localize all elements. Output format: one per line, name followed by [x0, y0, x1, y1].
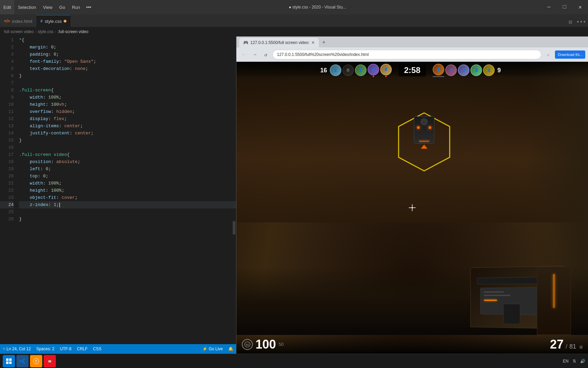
address-bar[interactable]: 127.0.0.1:5500/full%20screen%20video/ind… — [273, 50, 541, 59]
html-icon: </> — [4, 19, 10, 24]
player-6-hp-bar — [433, 76, 444, 77]
team-right: 👤 👤 👤 👤 👤 — [426, 64, 588, 77]
vscode-taskbar-icon[interactable] — [16, 355, 29, 367]
language-label: CSS — [93, 347, 102, 351]
app-taskbar-icon[interactable] — [44, 355, 56, 367]
browser-taskbar-icon[interactable]: f — [30, 355, 42, 367]
game-viewport: 16 👤 👤 👤 — [236, 62, 588, 354]
go-live-label: Go Live — [209, 347, 223, 351]
menu-go[interactable]: Go — [56, 0, 68, 14]
menu-edit[interactable]: Edit — [0, 0, 14, 14]
player-9-icon: 👤 — [470, 64, 482, 76]
new-tab-button[interactable]: + — [319, 38, 328, 47]
spaces-label: Spaces: 2 — [36, 347, 54, 351]
status-language[interactable]: CSS — [93, 347, 102, 351]
back-button[interactable]: ← — [239, 50, 249, 59]
breadcrumb-file[interactable]: style.css — [38, 29, 53, 34]
encoding-label: UTF-8 — [60, 347, 72, 351]
browser-tab-close[interactable]: ✕ — [311, 40, 315, 45]
breadcrumb-sep-2: › — [55, 29, 56, 34]
split-editor-button[interactable]: ⊟ — [566, 17, 575, 27]
breadcrumb-selector[interactable]: .full-screen video — [58, 29, 89, 34]
scroll-indicator — [233, 221, 235, 235]
window-controls: — □ ✕ — [541, 0, 588, 14]
health-value: 100 — [256, 337, 276, 352]
ammo-reserve: 81 — [569, 343, 576, 350]
editor-tab-bar: </> index.html # style.css ⊟ ••• — [0, 14, 588, 27]
weapon-grip — [503, 304, 520, 324]
close-button[interactable]: ✕ — [572, 0, 588, 14]
player-8-icon: 👤 — [458, 64, 469, 76]
ammo-icon: iii — [579, 344, 583, 350]
player-6-icon: 👤 — [433, 64, 444, 75]
more-tabs-button[interactable]: ••• — [576, 17, 586, 27]
go-live-button[interactable]: ⚡ Go Live — [202, 347, 223, 351]
browser-tab-favicon: 🎮 — [243, 40, 248, 45]
player-1-hp — [385, 76, 387, 77]
breadcrumb: full screen video › style.css › .full-sc… — [0, 27, 588, 36]
team-left-score: 16 — [320, 67, 327, 74]
editor-panel: 12345 678910 1112131415 1617181920 21222… — [0, 36, 236, 354]
menu-run[interactable]: Run — [68, 0, 83, 14]
player-2-hp — [373, 76, 374, 77]
weapon-barrel — [477, 277, 544, 284]
bookmark-button[interactable]: ☆ — [543, 50, 553, 59]
player-4-icon: 💀 — [342, 64, 354, 76]
crosshair — [409, 204, 416, 211]
player-7: 👤 — [445, 64, 457, 76]
menu-bar: Edit Selection View Go Run ••• — [0, 0, 94, 14]
status-branch[interactable]: ⑂ Ln 24, Col 12 — [3, 347, 31, 351]
team-right-score: 9 — [497, 67, 501, 74]
taskbar-arrows: ⇅ — [573, 359, 576, 364]
player-9: 👤 — [470, 64, 482, 76]
taskbar-time: 🔊 — [580, 359, 585, 364]
player-7-icon: 👤 — [445, 64, 457, 76]
refresh-button[interactable]: ↺ — [261, 50, 270, 59]
taskbar-keyboard: EN — [563, 359, 569, 364]
start-button[interactable] — [3, 355, 15, 367]
status-right: ⚡ Go Live 🔔 — [202, 347, 233, 351]
weapon-display — [452, 250, 588, 335]
minimize-button[interactable]: — — [541, 0, 557, 14]
forward-button[interactable]: → — [250, 50, 260, 59]
line-numbers: 12345 678910 1112131415 1617181920 21222… — [0, 36, 16, 344]
download-button[interactable]: Download thi... — [555, 50, 585, 59]
tab-css[interactable]: # style.css — [36, 15, 71, 27]
svg-rect-12 — [48, 362, 51, 362]
status-encoding[interactable]: UTF-8 — [60, 347, 72, 351]
css-icon: # — [41, 19, 43, 24]
breadcrumb-root[interactable]: full screen video — [4, 29, 34, 34]
main-content: 12345 678910 1112131415 1617181920 21222… — [0, 36, 588, 354]
enemy-container — [392, 109, 457, 176]
hud-bottom: 50 100 50 27 / 81 iii — [236, 335, 588, 354]
menu-selection[interactable]: Selection — [14, 0, 39, 14]
browser-tab-bar: 🎮 127.0.0.1:5500/full screen video: ✕ + — [236, 36, 588, 47]
cursor-position[interactable]: Ln 24, Col 12 — [6, 347, 31, 351]
svg-rect-4 — [6, 358, 9, 361]
player-1-icon: 👤 — [380, 64, 392, 75]
player-10-icon: 👤 — [483, 64, 495, 76]
maximize-button[interactable]: □ — [557, 0, 572, 14]
ammo-display: 27 / 81 iii — [550, 337, 583, 352]
tab-html[interactable]: </> index.html — [0, 15, 36, 27]
status-line-ending[interactable]: CRLF — [77, 347, 88, 351]
code-editor[interactable]: *{ margin: 0; padding: 0; font-family: "… — [16, 36, 236, 344]
browser-tab-active[interactable]: 🎮 127.0.0.1:5500/full screen video: ✕ — [239, 38, 319, 47]
ammo-separator: / — [566, 343, 567, 350]
menu-view[interactable]: View — [40, 0, 56, 14]
team-left-players: 👤 👤 👤 💀 — [330, 64, 392, 77]
player-2-icon: 👤 — [368, 64, 379, 75]
notification-button[interactable]: 🔔 — [228, 347, 233, 351]
menu-more[interactable]: ••• — [83, 0, 94, 14]
browser-tab-title: 127.0.0.1:5500/full screen video: — [250, 40, 309, 45]
code-area[interactable]: 12345 678910 1112131415 1617181920 21222… — [0, 36, 236, 344]
status-spaces[interactable]: Spaces: 2 — [36, 347, 54, 351]
status-bar: ⑂ Ln 24, Col 12 Spaces: 2 UTF-8 CRLF CSS… — [0, 344, 236, 354]
taskbar-right: EN ⇅ 🔊 — [563, 359, 585, 364]
player-2: 👤 — [368, 64, 379, 77]
live-icon: ⚡ — [202, 347, 207, 351]
tab-actions: ⊟ ••• — [566, 17, 588, 27]
tab-html-label: index.html — [12, 19, 32, 24]
line-ending-label: CRLF — [77, 347, 88, 351]
title-bar: Edit Selection View Go Run ••• ● style.c… — [0, 0, 588, 14]
